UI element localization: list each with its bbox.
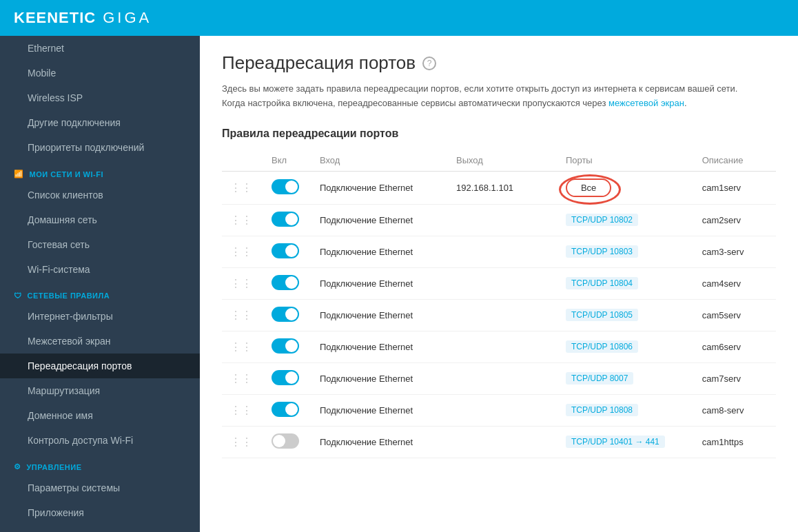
toggle-cell-4: [263, 299, 311, 331]
drag-handle-icon[interactable]: ⋮⋮: [230, 182, 255, 194]
toggle-switch-2[interactable]: [272, 243, 299, 258]
sidebar-item-top-3[interactable]: Другие подключения: [0, 110, 200, 135]
col-drag-header: [222, 150, 263, 172]
sidebar-item-wifi-3[interactable]: Wi-Fi-система: [0, 257, 200, 282]
description-cell-6: cam7serv: [694, 362, 776, 394]
ports-badge-8: TCP/UDP 10401 → 441: [566, 436, 665, 448]
toggle-cell-1: [263, 204, 311, 236]
table-row: ⋮⋮Подключение EthernetTCP/UDP 10808cam8-…: [222, 394, 776, 426]
drag-handle-icon[interactable]: ⋮⋮: [230, 341, 255, 353]
sidebar: EthernetMobileWireless ISPДругие подключ…: [0, 36, 200, 532]
drag-handle-cell-1[interactable]: ⋮⋮: [222, 204, 263, 236]
toggle-switch-8[interactable]: [272, 433, 299, 449]
sidebar-item-management-0[interactable]: Параметры системы: [0, 475, 200, 500]
sidebar-item-top-0[interactable]: Ethernet: [0, 36, 200, 61]
sidebar-item-rules-5[interactable]: Контроль доступа Wi-Fi: [0, 428, 200, 453]
table-row: ⋮⋮Подключение EthernetTCP/UDP 10802cam2s…: [222, 204, 776, 236]
sidebar-item-rules-0[interactable]: Интернет-фильтры: [0, 304, 200, 329]
ports-cell-6: TCP/UDP 8007: [557, 362, 694, 394]
sidebar-section-wifi: 📶МОИ СЕТИ И WI-FIСписок клиентовДомашняя…: [0, 160, 200, 282]
firewall-link[interactable]: межсетевой экран: [608, 98, 684, 108]
sidebar-item-top-1[interactable]: Mobile: [0, 61, 200, 85]
ports-cell-5: TCP/UDP 10806: [557, 331, 694, 362]
section-icon-management: ⚙: [14, 462, 21, 471]
drag-handle-cell-2[interactable]: ⋮⋮: [222, 236, 263, 267]
help-icon[interactable]: ?: [422, 57, 436, 70]
drag-handle-cell-7[interactable]: ⋮⋮: [222, 394, 263, 426]
ports-cell-0: Все: [557, 171, 694, 204]
desc-line1: Здесь вы можете задать правила переадрес…: [222, 83, 737, 94]
table-section-title: Правила переадресации портов: [222, 127, 776, 140]
sidebar-item-rules-4[interactable]: Доменное имя: [0, 403, 200, 428]
sidebar-item-rules-1[interactable]: Межсетевой экран: [0, 329, 200, 354]
toggle-cell-8: [263, 426, 311, 458]
page-title: Переадресация портов ?: [222, 52, 776, 74]
sidebar-item-rules-2[interactable]: Переадресация портов: [0, 354, 200, 378]
output-cell-4: [448, 299, 557, 331]
col-output-header: Выход: [448, 150, 557, 172]
ports-badge-7: TCP/UDP 10808: [566, 404, 638, 416]
sidebar-section-management: ⚙УПРАВЛЕНИЕПараметры системыПриложения: [0, 453, 200, 525]
drag-handle-cell-3[interactable]: ⋮⋮: [222, 267, 263, 299]
drag-handle-icon[interactable]: ⋮⋮: [230, 246, 255, 258]
description-cell-2: cam3-serv: [694, 236, 776, 267]
output-cell-8: [448, 426, 557, 458]
drag-handle-icon[interactable]: ⋮⋮: [230, 309, 255, 321]
drag-handle-cell-5[interactable]: ⋮⋮: [222, 331, 263, 362]
toggle-cell-6: [263, 362, 311, 394]
drag-handle-cell-6[interactable]: ⋮⋮: [222, 362, 263, 394]
drag-handle-icon[interactable]: ⋮⋮: [230, 214, 255, 226]
toggle-switch-6[interactable]: [272, 370, 299, 385]
description: Здесь вы можете задать правила переадрес…: [222, 82, 773, 111]
input-cell-8: Подключение Ethernet: [311, 426, 448, 458]
col-ports-header: Порты: [557, 150, 694, 172]
logo-sub: GIGA: [103, 9, 152, 27]
table-row: ⋮⋮Подключение Ethernet192.168.1.101Всеca…: [222, 171, 776, 204]
sidebar-item-rules-3[interactable]: Маршрутизация: [0, 378, 200, 403]
col-input-header: Вход: [311, 150, 448, 172]
toggle-switch-3[interactable]: [272, 275, 299, 290]
drag-handle-cell-8[interactable]: ⋮⋮: [222, 426, 263, 458]
sidebar-item-top-2[interactable]: Wireless ISP: [0, 85, 200, 110]
output-cell-5: [448, 331, 557, 362]
description-cell-1: cam2serv: [694, 204, 776, 236]
toggle-switch-5[interactable]: [272, 338, 299, 354]
sidebar-item-management-1[interactable]: Приложения: [0, 500, 200, 525]
sidebar-section-header-rules: 🛡СЕТЕВЫЕ ПРАВИЛА: [0, 282, 200, 304]
sidebar-item-top-4[interactable]: Приоритеты подключений: [0, 135, 200, 160]
toggle-switch-7[interactable]: [272, 402, 299, 417]
logo-main: KEENETIC: [14, 9, 96, 27]
input-cell-6: Подключение Ethernet: [311, 362, 448, 394]
drag-handle-icon[interactable]: ⋮⋮: [230, 278, 255, 289]
description-cell-4: cam5serv: [694, 299, 776, 331]
description-cell-8: cam1https: [694, 426, 776, 458]
input-cell-5: Подключение Ethernet: [311, 331, 448, 362]
toggle-cell-0: [263, 171, 311, 204]
toggle-switch-0[interactable]: [272, 179, 299, 194]
ports-cell-1: TCP/UDP 10802: [557, 204, 694, 236]
toggle-cell-3: [263, 267, 311, 299]
sidebar-item-wifi-2[interactable]: Гостевая сеть: [0, 232, 200, 257]
drag-handle-icon[interactable]: ⋮⋮: [230, 405, 255, 416]
ports-badge-6: TCP/UDP 8007: [566, 372, 633, 385]
drag-handle-icon[interactable]: ⋮⋮: [230, 436, 255, 448]
ports-badge-1: TCP/UDP 10802: [566, 214, 638, 226]
sidebar-item-wifi-0[interactable]: Список клиентов: [0, 183, 200, 207]
sidebar-section-header-management: ⚙УПРАВЛЕНИЕ: [0, 453, 200, 475]
drag-handle-cell-0[interactable]: ⋮⋮: [222, 171, 263, 204]
ports-badge-2: TCP/UDP 10803: [566, 245, 638, 258]
drag-handle-icon[interactable]: ⋮⋮: [230, 373, 255, 385]
toggle-switch-1[interactable]: [272, 212, 299, 227]
toggle-cell-5: [263, 331, 311, 362]
main-content: Переадресация портов ? Здесь вы можете з…: [200, 36, 798, 532]
col-desc-header: Описание: [694, 150, 776, 172]
output-cell-3: [448, 267, 557, 299]
toggle-switch-4[interactable]: [272, 307, 299, 322]
annotation-circle: [559, 174, 621, 205]
ports-badge-3: TCP/UDP 10804: [566, 277, 638, 289]
output-cell-2: [448, 236, 557, 267]
col-toggle-header: Вкл: [263, 150, 311, 172]
sidebar-item-wifi-1[interactable]: Домашняя сеть: [0, 207, 200, 232]
drag-handle-cell-4[interactable]: ⋮⋮: [222, 299, 263, 331]
description-cell-7: cam8-serv: [694, 394, 776, 426]
